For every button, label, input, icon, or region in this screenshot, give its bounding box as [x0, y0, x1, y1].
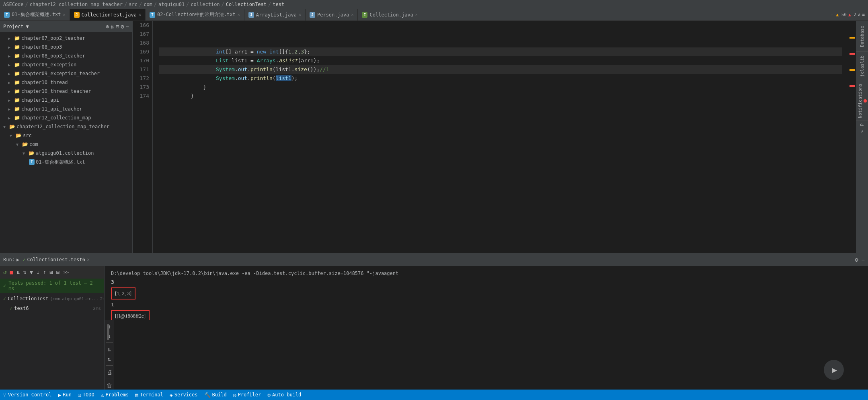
status-build[interactable]: 🔨 Build	[204, 392, 227, 398]
sort-output-button[interactable]: ⇅	[107, 345, 112, 353]
filter-button[interactable]: ▼	[29, 268, 34, 276]
warning-indicator[interactable]: ▲ 50	[836, 12, 847, 17]
breadcrumb-item[interactable]: com	[144, 2, 152, 7]
minimize-action-button[interactable]: −	[862, 256, 865, 263]
run-status-icon: ▶	[58, 392, 61, 398]
txt-file-icon: T	[4, 12, 10, 18]
breadcrumb-item[interactable]: ASECode	[3, 2, 24, 7]
sort-alpha-button[interactable]: ⇅	[22, 268, 27, 276]
folder-icon: 📁	[14, 35, 20, 41]
settings-action-button[interactable]: ⚙	[855, 256, 858, 263]
test-suite-item[interactable]: ✓ CollectionTest (com.atguigu01.cc... 2m…	[0, 294, 104, 304]
sidebar-item-txt-file[interactable]: T 01-集合框架概述.txt	[0, 158, 132, 166]
export-button[interactable]: ⊟	[55, 268, 60, 276]
sidebar-expand-icon: ▼	[26, 24, 29, 29]
status-services[interactable]: ◈ Services	[170, 392, 198, 398]
sidebar-item-chapter12[interactable]: ▶ 📁 chapter12_collection_map	[0, 113, 132, 122]
tab-close-active-button[interactable]: ×	[139, 12, 141, 17]
bottom-panel: Run: ▶ ✓ CollectionTest.test6 × ⚙ − ↺ ■ …	[0, 253, 868, 390]
status-bar: ⑂ Version Control ▶ Run ☑ TODO ⚠ Problem…	[0, 390, 868, 400]
sidebar-filter-button[interactable]: ⊟	[116, 23, 119, 30]
run-label: Run: ▶	[3, 257, 19, 263]
status-problems[interactable]: ⚠ Problems	[101, 392, 129, 398]
tab-close-3-button[interactable]: ×	[299, 12, 301, 17]
sidebar-settings-button[interactable]: ⚙	[121, 23, 124, 30]
print-button[interactable]: 🖨	[106, 368, 113, 376]
breadcrumb-item-current[interactable]: CollectionTest	[226, 2, 267, 7]
database-tab[interactable]: Database	[858, 23, 866, 50]
sidebar-item-atguigu[interactable]: ▼ 📂 atguigu01.collection	[0, 149, 132, 158]
sidebar-sort-button[interactable]: ⇅	[111, 23, 114, 30]
stop-button[interactable]: ■	[9, 268, 14, 276]
folder-icon: 📁	[14, 106, 20, 112]
collapse-tree-button[interactable]: ↑	[42, 268, 47, 276]
sidebar-add-button[interactable]: ⊕	[106, 23, 109, 30]
test-case-item[interactable]: ✓ test6 2ms	[0, 304, 104, 313]
tab-label-5: Collection.java	[369, 12, 413, 18]
breadcrumb-item[interactable]: src	[129, 2, 137, 7]
status-terminal[interactable]: ▤ Terminal	[135, 392, 163, 398]
editor-scrollbar[interactable]	[849, 21, 856, 253]
suite-check-icon: ✓	[3, 296, 6, 302]
sort-button[interactable]: ⇅	[16, 268, 21, 276]
breadcrumb-item[interactable]: chapter12_collection_map_teacher	[30, 2, 123, 7]
tab-collection-iface[interactable]: I Collection.java ×	[358, 9, 422, 21]
play-button-overlay[interactable]: ▶	[824, 360, 844, 380]
import-button[interactable]: ⊞	[49, 268, 53, 276]
folder-open-icon: 📂	[9, 124, 15, 129]
output-content[interactable]: D:\develop_tools\JDK\jdk-17.0.2\bin\java…	[105, 266, 868, 320]
run-tab-close[interactable]: ×	[87, 257, 90, 263]
status-profiler[interactable]: ◎ Profiler	[233, 392, 261, 398]
code-line-173: }	[159, 83, 842, 92]
sidebar-item-chapter09-teacher[interactable]: ▶ 📁 chapter09_exception_teacher	[0, 69, 132, 78]
sidebar-actions: ⊕ ⇅ ⊟ ⚙ −	[106, 23, 129, 30]
status-run[interactable]: ▶ Run	[58, 392, 72, 398]
build-icon: 🔨	[204, 392, 211, 398]
breadcrumb-item-method[interactable]: test	[273, 2, 284, 7]
expand-tree-button[interactable]: ↓	[35, 268, 40, 276]
filter-output-button[interactable]: ⇅	[107, 355, 112, 363]
tab-more-button[interactable]: ⋮	[830, 12, 834, 17]
tab-arraylist[interactable]: J ArrayList.java ×	[244, 9, 306, 21]
more-options-button[interactable]: >>	[64, 270, 69, 275]
java-icon-3: J	[310, 12, 315, 18]
bottom-content: ↺ ■ ⇅ ⇅ ▼ ↓ ↑ ⊞ ⊟ >> ✓ Tests passed: 1 o…	[0, 266, 868, 390]
terminal-icon: ▤	[135, 392, 138, 398]
more-actions-button[interactable]: ≡	[862, 12, 865, 17]
sidebar-item-chapter08-teacher[interactable]: ▶ 📁 chapter08_oop3_teacher	[0, 51, 132, 60]
jclaslib-tab[interactable]: jclaslib	[858, 52, 866, 80]
tab-txt-file[interactable]: T 01-集合框架概述.txt ×	[0, 9, 70, 21]
sidebar-item-chapter10-teacher[interactable]: ▶ 📁 chapter10_thread_teacher	[0, 87, 132, 96]
breadcrumb-item[interactable]: collection	[191, 2, 220, 7]
sidebar-item-chapter10[interactable]: ▶ 📁 chapter10_thread	[0, 78, 132, 87]
run-tab[interactable]: ✓ CollectionTest.test6 ×	[23, 257, 90, 263]
sidebar-close-button[interactable]: −	[126, 23, 129, 30]
metrics-tab[interactable]: ⚡ P	[859, 122, 866, 137]
tab-close-5-button[interactable]: ×	[415, 12, 418, 17]
notifications-tab[interactable]: Notifications	[857, 82, 868, 120]
tab-close-button[interactable]: ×	[63, 12, 66, 17]
sidebar-item-chapter11[interactable]: ▶ 📁 chapter11_api	[0, 96, 132, 105]
tab-collection-test[interactable]: J CollectionTest.java ×	[70, 9, 146, 21]
output-cmd-line: D:\develop_tools\JDK\jdk-17.0.2\bin\java…	[111, 269, 862, 278]
sidebar-item-chapter07[interactable]: ▶ 📁 chapter07_oop2_teacher	[0, 34, 132, 43]
tab-close-2-button[interactable]: ×	[238, 12, 240, 17]
sidebar-item-com[interactable]: ▼ 📂 com	[0, 140, 132, 149]
sidebar-item-src[interactable]: ▼ 📂 src	[0, 131, 132, 140]
code-editor[interactable]: int[] arr1 = new int[]{1,2,3}; List list…	[153, 21, 849, 253]
rerun-button[interactable]: ↺	[2, 268, 7, 276]
breadcrumb-item[interactable]: atguigu01	[158, 2, 185, 7]
sidebar-item-chapter08[interactable]: ▶ 📁 chapter08_oop3	[0, 43, 132, 51]
status-version-control[interactable]: ⑂ Version Control	[3, 392, 51, 398]
sidebar-item-chapter09[interactable]: ▶ 📁 chapter09_exception	[0, 60, 132, 69]
status-todo[interactable]: ☑ TODO	[78, 392, 94, 398]
sidebar-item-chapter12-teacher[interactable]: ▼ 📂 chapter12_collection_map_teacher	[0, 122, 132, 131]
error-indicator[interactable]: ▲ 2	[848, 12, 856, 17]
delete-button[interactable]: 🗑	[106, 382, 113, 390]
sidebar-item-chapter11-teacher[interactable]: ▶ 📁 chapter11_api_teacher	[0, 105, 132, 113]
tab-person[interactable]: J Person.java ×	[306, 9, 358, 21]
expand-button[interactable]: ∧	[858, 12, 861, 17]
status-auto-build[interactable]: ⚙ Auto-build	[267, 392, 301, 398]
tab-close-4-button[interactable]: ×	[351, 12, 353, 17]
tab-collection-methods[interactable]: T 02-Collection中的常用方法.txt ×	[146, 9, 244, 21]
